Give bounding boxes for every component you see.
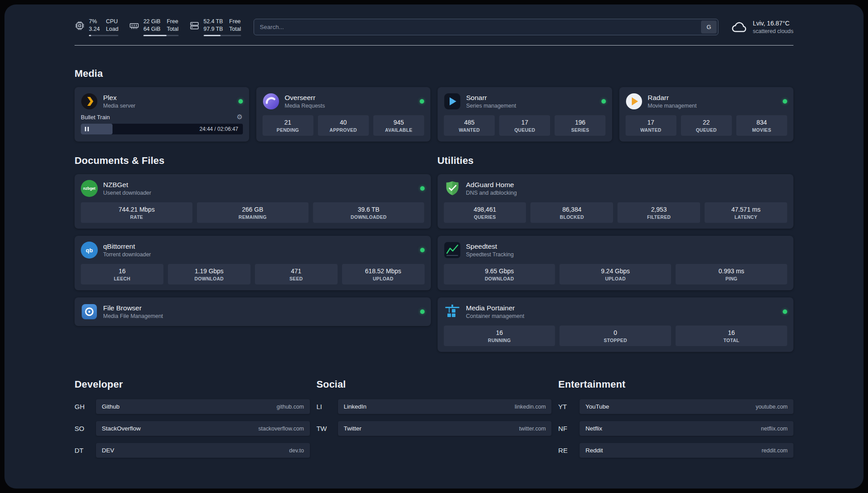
stat-label: APPROVED	[320, 127, 367, 133]
app-description: Container management	[466, 313, 525, 320]
disk-free: 52.4 TB	[204, 18, 223, 25]
gear-icon[interactable]: ⚙	[237, 113, 242, 121]
app-description: Usenet downloader	[103, 189, 151, 197]
bookmark-url: youtube.com	[755, 404, 788, 410]
stat-tile: 485 WANTED	[444, 115, 495, 136]
app-card-portainer[interactable]: Media Portainer Container management 16 …	[438, 297, 794, 352]
bookmarks-entertainment: Entertainment YT YouTube youtube.com NF …	[558, 379, 793, 465]
stat-label: UPLOAD	[561, 276, 669, 281]
stat-value: 0	[561, 329, 669, 337]
stats-row: 498,461 QUERIES 86,384 BLOCKED 2,953 FIL…	[444, 202, 788, 223]
plex-icon	[81, 93, 98, 110]
player-seek-bar[interactable]: 24:44 / 02:06:47	[81, 124, 243, 134]
ram-free: 22 GiB	[143, 18, 160, 25]
app-description: Speedtest Tracking	[466, 251, 514, 259]
stat-label: QUEUED	[683, 127, 730, 133]
card-header: nzbget NZBGet Usenet downloader	[81, 180, 425, 197]
bookmark-url: github.com	[277, 404, 304, 410]
cpu-percent: 7%	[89, 18, 100, 25]
cpu-usage-bar	[89, 35, 118, 36]
stats-row: 485 WANTED 17 QUEUED 196 SERIES	[444, 115, 606, 136]
stat-value: 485	[446, 119, 493, 126]
stat-value: 196	[556, 119, 604, 126]
stat-value: 16	[677, 329, 785, 337]
stat-label: RATE	[83, 214, 191, 220]
stat-label: QUERIES	[446, 214, 525, 220]
stats-row: 744.21 Mbps RATE 266 GB REMAINING 39.6 T…	[81, 202, 425, 223]
stat-tile: 196 SERIES	[555, 115, 605, 136]
app-card-nzbget[interactable]: nzbget NZBGet Usenet downloader 744.21 M…	[75, 174, 431, 229]
stat-value: 9.65 Gbps	[446, 267, 554, 275]
stat-tile: 471 SEED	[255, 264, 338, 284]
stat-value: 22	[683, 119, 730, 126]
bookmark-reddit[interactable]: Reddit reddit.com	[580, 443, 793, 458]
weather-widget: Lviv, 16.87°C scattered clouds	[731, 19, 793, 36]
stat-tile: 834 MOVIES	[736, 115, 787, 136]
status-dot	[420, 99, 424, 104]
app-card-speedtest[interactable]: Speedtest Speedtest Tracking 9.65 Gbps D…	[438, 236, 794, 290]
card-header: Radarr Movie management	[626, 93, 788, 110]
stat-tile: 945 AVAILABLE	[373, 115, 424, 136]
bookmark-name: Reddit	[585, 447, 603, 454]
portainer-icon	[444, 303, 461, 320]
stat-tile: 498,461 QUERIES	[444, 202, 526, 223]
stats-row: 21 PENDING 40 APPROVED 945 AVAILABLE	[263, 115, 425, 136]
bookmark-row: RE Reddit reddit.com	[558, 443, 793, 458]
bookmark-abbr: RE	[558, 447, 580, 454]
bookmark-abbr: DT	[75, 447, 96, 454]
stat-label: STOPPED	[561, 338, 669, 343]
stat-value: 9.24 Gbps	[561, 267, 669, 275]
cpu-label-bottom: Load	[106, 25, 118, 33]
stat-label: MOVIES	[738, 127, 785, 133]
app-card-overseerr[interactable]: Overseerr Media Requests 21 PENDING 40 A…	[256, 87, 431, 142]
ram-usage-bar	[143, 35, 179, 36]
stat-value: 47.571 ms	[706, 206, 785, 213]
app-card-qbittorrent[interactable]: qb qBittorrent Torrent downloader 16 LEE…	[75, 236, 431, 290]
stat-label: AVAILABLE	[375, 127, 422, 133]
bookmark-row: DT DEV dev.to	[75, 443, 310, 458]
middle-columns: Documents & Files nzbget NZBGet Usenet d…	[75, 155, 793, 352]
app-description: Torrent downloader	[103, 251, 151, 259]
bookmark-abbr: LI	[317, 403, 338, 410]
stat-value: 17	[501, 119, 548, 126]
bookmark-dev[interactable]: DEV dev.to	[96, 443, 310, 458]
app-card-radarr[interactable]: Radarr Movie management 17 WANTED 22 QUE…	[619, 87, 794, 142]
bookmark-stackoverflow[interactable]: StackOverflow stackoverflow.com	[96, 421, 310, 436]
stat-label: REMAINING	[199, 214, 307, 220]
card-header: qb qBittorrent Torrent downloader	[81, 242, 425, 259]
bookmark-linkedin[interactable]: LinkedIn linkedin.com	[338, 399, 552, 414]
status-dot	[420, 309, 425, 314]
stat-label: PING	[677, 276, 785, 281]
app-description: Media Requests	[285, 102, 325, 110]
bookmark-name: DEV	[102, 447, 114, 454]
stat-label: PENDING	[264, 127, 312, 133]
stat-value: 744.21 Mbps	[83, 206, 191, 213]
search-input[interactable]	[254, 24, 701, 30]
stat-tile: 744.21 Mbps RATE	[81, 202, 192, 223]
search-engine-button[interactable]: G	[701, 21, 717, 33]
stat-tile: 2,953 FILTERED	[618, 202, 700, 223]
utilities-column: Utilities AdGuard Home	[438, 155, 794, 352]
pause-icon[interactable]	[85, 127, 89, 131]
app-description: Media server	[103, 102, 135, 110]
bookmark-row: SO StackOverflow stackoverflow.com	[75, 421, 310, 436]
bookmark-github[interactable]: Github github.com	[96, 399, 310, 414]
bookmark-row: NF Netflix netflix.com	[558, 421, 793, 436]
status-dot	[601, 99, 606, 104]
bookmark-youtube[interactable]: YouTube youtube.com	[580, 399, 793, 414]
bookmark-netflix[interactable]: Netflix netflix.com	[580, 421, 793, 436]
stat-label: LEECH	[83, 276, 162, 281]
stat-value: 266 GB	[199, 206, 307, 213]
stat-label: QUEUED	[501, 127, 548, 133]
app-card-filebrowser[interactable]: File Browser Media File Management	[75, 297, 431, 326]
app-card-sonarr[interactable]: Sonarr Series management 485 WANTED 17 Q…	[438, 87, 612, 142]
top-bar: 7% 3.24 CPU Load	[75, 18, 793, 36]
app-card-adguard-home[interactable]: AdGuard Home DNS and adblocking 498,461 …	[438, 174, 794, 229]
desktop-background: 7% 3.24 CPU Load	[0, 0, 868, 493]
stat-tile: 16 LEECH	[81, 264, 163, 284]
app-card-plex[interactable]: Plex Media server Bullet Train ⚙ 24:44 /…	[75, 87, 249, 142]
stat-tile: 9.65 Gbps DOWNLOAD	[444, 264, 555, 284]
bookmark-twitter[interactable]: Twitter twitter.com	[338, 421, 552, 436]
card-header: Overseerr Media Requests	[263, 93, 425, 110]
stat-tile: 0.993 ms PING	[676, 264, 787, 284]
